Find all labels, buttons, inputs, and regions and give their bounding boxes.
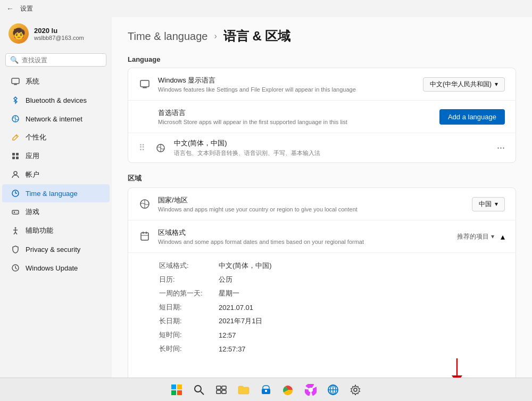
calendar-value: 公历	[219, 273, 504, 286]
preferred-lang-title: 首选语言	[158, 108, 432, 118]
sidebar-item-bluetooth[interactable]: Bluetooth & devices	[2, 91, 110, 109]
search-icon: 🔍	[10, 56, 19, 64]
taskbar-explorer-button[interactable]	[234, 380, 253, 399]
chevron-up-icon[interactable]: ▴	[501, 232, 505, 242]
sidebar-item-label: Time & language	[26, 190, 78, 198]
sidebar-item-label: 辅助功能	[26, 226, 53, 235]
format-row-short-time: 短时间: 12:57	[159, 329, 504, 341]
taskbar-taskview-button[interactable]	[212, 380, 231, 399]
region-section-title: 区域	[128, 174, 516, 183]
chevron-down-icon: ▾	[495, 80, 498, 88]
sidebar-item-label: Windows Update	[26, 264, 78, 272]
display-language-dropdown[interactable]: 中文(中华人民共和国) ▾	[423, 77, 505, 92]
chinese-lang-text: 中文(简体，中国) 语言包、文本到语音转换、语音识别、手写、基本输入法	[174, 138, 489, 157]
taskbar-network-button[interactable]	[323, 380, 343, 399]
svg-rect-56	[222, 390, 226, 394]
taskbar-search-button[interactable]	[189, 380, 209, 399]
nav-list: 系统 Bluetooth & devices Network & interne…	[0, 72, 112, 277]
sidebar-item-time-language[interactable]: Time & language	[2, 184, 110, 202]
svg-rect-24	[140, 80, 149, 87]
sidebar-item-label: 系统	[26, 77, 39, 86]
regional-format-title: 区域格式	[158, 228, 450, 238]
user-profile[interactable]: 🧒 2020 lu wslbb87@163.com	[0, 17, 112, 50]
windows-update-icon	[11, 263, 20, 273]
taskbar-settings-button[interactable]	[346, 380, 365, 399]
preferred-language-row: 首选语言 Microsoft Store apps will appear in…	[128, 101, 516, 133]
short-time-label: 短时间:	[159, 329, 218, 341]
preferred-lang-subtitle: Microsoft Store apps will appear in the …	[158, 119, 432, 125]
sidebar-item-label: Privacy & security	[26, 245, 80, 253]
promoted-dropdown: 推荐的项目 ▾	[457, 232, 494, 241]
format-row-long-date: 长日期: 2021年7月1日	[159, 315, 504, 328]
country-text: 国家/地区 Windows and apps might use your co…	[158, 195, 464, 212]
chevron-down-icon: ▾	[491, 233, 494, 240]
taskbar-photos-button[interactable]	[301, 380, 320, 399]
format-row-calendar: 日历: 公历	[159, 273, 504, 286]
svg-point-9	[14, 171, 17, 175]
red-arrow-svg	[446, 358, 468, 378]
country-dropdown[interactable]: 中国 ▾	[472, 197, 505, 211]
svg-rect-25	[143, 87, 147, 88]
svg-point-67	[354, 388, 357, 391]
main-content: Time & language › 语言 & 区域 Language Windo…	[112, 17, 532, 378]
display-language-subtitle: Windows features like Settings and File …	[158, 86, 415, 93]
regional-format-action: 推荐的项目 ▾ ▴	[457, 232, 505, 242]
gaming-icon	[11, 207, 20, 217]
sidebar-item-windows-update[interactable]: Windows Update	[2, 259, 110, 277]
svg-point-62	[309, 388, 313, 392]
svg-rect-6	[16, 153, 19, 156]
page-title: 语言 & 区域	[223, 28, 291, 45]
bluetooth-icon	[11, 95, 20, 105]
sidebar-item-apps[interactable]: 应用	[2, 147, 110, 165]
add-language-button[interactable]: Add a language	[439, 109, 505, 125]
country-subtitle: Windows and apps might use your country …	[158, 206, 464, 212]
more-options-icon[interactable]: ···	[497, 142, 505, 153]
back-button[interactable]: ←	[6, 4, 14, 13]
regional-format-row: 区域格式 Windows and some apps format dates …	[128, 220, 516, 253]
time-icon	[11, 189, 20, 198]
personalization-icon	[11, 133, 20, 142]
chevron-down-icon: ▾	[495, 200, 498, 208]
short-time-value: 12:57	[219, 329, 504, 341]
language-card: Windows 显示语言 Windows features like Setti…	[128, 68, 516, 163]
svg-rect-58	[265, 390, 267, 392]
chinese-lang-subtitle: 语言包、文本到语音转换、语音识别、手写、基本输入法	[174, 149, 489, 157]
windows-display-language-row: Windows 显示语言 Windows features like Setti…	[128, 68, 516, 101]
sidebar-item-accounts[interactable]: 帐户	[2, 166, 110, 184]
svg-rect-13	[12, 210, 19, 214]
format-label: 区域格式:	[159, 259, 218, 272]
preferred-lang-text: 首选语言 Microsoft Store apps will appear in…	[158, 108, 432, 125]
sidebar-item-network[interactable]: Network & internet	[2, 110, 110, 128]
svg-rect-30	[141, 233, 148, 240]
app-body: 🧒 2020 lu wslbb87@163.com 🔍 系统	[0, 17, 532, 378]
titlebar-title: 设置	[20, 4, 33, 13]
svg-line-22	[15, 232, 17, 234]
search-input[interactable]	[22, 56, 102, 64]
apps-icon	[11, 151, 20, 161]
page-header: Time & language › 语言 & 区域	[128, 28, 516, 45]
long-time-value: 12:57:37	[219, 342, 504, 355]
regional-format-icon	[139, 231, 151, 242]
svg-rect-50	[177, 390, 182, 395]
sidebar-item-personalization[interactable]: 个性化	[2, 128, 110, 146]
taskbar	[0, 378, 532, 401]
sidebar-item-gaming[interactable]: 游戏	[2, 203, 110, 221]
long-date-label: 长日期:	[159, 315, 218, 328]
windows-start-button[interactable]	[167, 380, 186, 399]
taskbar-chrome-button[interactable]	[279, 380, 298, 399]
sidebar-item-privacy[interactable]: Privacy & security	[2, 240, 110, 258]
sidebar-item-accessibility[interactable]: 辅助功能	[2, 222, 110, 240]
sidebar-item-system[interactable]: 系统	[2, 72, 110, 91]
sidebar-item-label: 应用	[26, 151, 39, 161]
chinese-lang-title: 中文(简体，中国)	[174, 138, 489, 148]
svg-point-18	[15, 227, 16, 229]
user-name: 2020 lu	[34, 27, 84, 35]
short-date-label: 短日期:	[159, 301, 218, 314]
country-icon	[139, 198, 151, 210]
sidebar-item-label: 游戏	[26, 207, 39, 217]
long-date-value: 2021年7月1日	[219, 315, 504, 328]
svg-rect-54	[222, 386, 226, 389]
taskbar-store-button[interactable]	[256, 380, 276, 399]
search-box[interactable]: 🔍	[5, 53, 106, 67]
first-day-label: 一周的第一天:	[159, 287, 218, 300]
